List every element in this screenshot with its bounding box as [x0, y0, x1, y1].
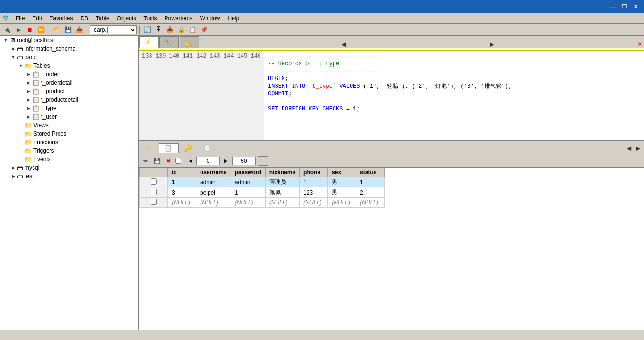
tree-t-type[interactable]: ▶ 📋 t_type [0, 104, 138, 112]
tab-history[interactable]: 🕐 [199, 143, 218, 153]
menu-item-edit[interactable]: Edit [28, 13, 46, 23]
menu-item-tools[interactable]: Tools [140, 13, 160, 23]
tab-nav-left[interactable]: ◀ [340, 41, 348, 48]
menu-item-table[interactable]: Table [92, 13, 113, 23]
cell-id[interactable]: 1 [168, 177, 196, 187]
cell-id[interactable]: 3 [168, 187, 196, 198]
cell-password[interactable]: (NULL) [231, 198, 265, 208]
next-page-btn[interactable]: ▶ [222, 157, 230, 165]
cell-username[interactable]: (NULL) [196, 198, 231, 208]
menu-item-objects[interactable]: Objects [113, 13, 140, 23]
export-btn[interactable]: 📤 [74, 25, 84, 35]
table-row[interactable]: (NULL)(NULL)(NULL)(NULL)(NULL)(NULL)(NUL… [140, 198, 385, 208]
cell-phone[interactable]: (NULL) [300, 198, 328, 208]
menu-item-file[interactable]: File [12, 13, 28, 23]
cell-password[interactable]: 1 [231, 187, 265, 198]
col-header-username[interactable]: username [196, 168, 231, 177]
row-checkbox[interactable] [151, 199, 157, 205]
tree-test[interactable]: ▶ 🗃 test [0, 172, 138, 180]
offset-input[interactable] [196, 157, 220, 165]
col-header-status[interactable]: status [356, 168, 385, 177]
cell-sex[interactable]: (NULL) [328, 198, 356, 208]
tree-t-orderdetail[interactable]: ▶ 📋 t_orderdetail [0, 78, 138, 87]
tree-t-order[interactable]: ▶ 📋 t_order [0, 70, 138, 78]
result-edit-btn[interactable]: ✏ [141, 156, 151, 166]
cell-id[interactable]: (NULL) [168, 198, 196, 208]
tree-views[interactable]: 📁 Views [0, 121, 138, 129]
tree-triggers[interactable]: 📁 Triggers [0, 146, 138, 155]
result-save-btn[interactable]: 💾 [152, 156, 162, 166]
tree-t-product[interactable]: ▶ 📋 t_product [0, 87, 138, 95]
cell-sex[interactable]: 男 [328, 177, 356, 187]
cell-phone[interactable]: 123 [300, 187, 328, 198]
open-file-btn[interactable]: 📂 [51, 25, 62, 35]
menu-item-help[interactable]: Help [224, 13, 243, 23]
code-area[interactable]: -- ------------------------------ -- Rec… [264, 51, 644, 140]
close-button[interactable]: ✕ [631, 2, 640, 11]
menu-item-powertools[interactable]: Powertools [160, 13, 196, 23]
tab-objects[interactable]: 🔑 [179, 143, 199, 153]
new-connection-btn[interactable]: 🔌 [2, 25, 12, 35]
cell-sex[interactable]: 男 [328, 187, 356, 198]
import-btn[interactable]: 📥 [165, 25, 175, 35]
menu-item-db[interactable]: DB [76, 13, 92, 23]
query-editor[interactable]: 138 139 140 141 142 143 144 145 146 -- -… [139, 51, 644, 140]
tab-table-data[interactable]: 📋 [159, 143, 179, 153]
tree-events[interactable]: 📁 Events [0, 155, 138, 163]
backup-btn[interactable]: 🔒 [176, 25, 186, 35]
tree-info-schema[interactable]: ▶ 🗃 information_schema [0, 44, 138, 53]
row-checkbox[interactable] [151, 178, 157, 185]
cell-nickname[interactable]: (NULL) [265, 198, 299, 208]
prev-page-btn[interactable]: ◀ [186, 157, 194, 165]
create-db-btn[interactable]: 🗄 [153, 25, 164, 35]
tree-root-localhost[interactable]: ▼ 🖥 root@localhost [0, 36, 138, 44]
execute-all-btn[interactable]: ⏩ [36, 25, 46, 35]
stop-btn[interactable]: ⏹ [25, 25, 35, 35]
result-clear-btn[interactable]: ✖ [164, 156, 173, 166]
cell-status[interactable]: 1 [356, 177, 385, 187]
col-header-password[interactable]: password [231, 168, 265, 177]
cell-nickname[interactable]: 佩佩 [265, 187, 299, 198]
col-header-id[interactable]: id [168, 168, 196, 177]
refresh-button[interactable] [258, 156, 268, 166]
tree-carpj[interactable]: ▼ 🗃 carpj [0, 53, 138, 61]
tree-t-user[interactable]: ▶ 📋 t_user [0, 112, 138, 121]
cell-phone[interactable]: 1 [300, 177, 328, 187]
db-selector[interactable]: carp.j [90, 25, 137, 34]
tree-functions[interactable]: 📁 Functions [0, 138, 138, 146]
cell-password[interactable]: admin [231, 177, 265, 187]
execute-btn[interactable]: ▶ [13, 25, 24, 35]
tree-stored-procs[interactable]: 📁 Stored Procs [0, 129, 138, 138]
tab-querybuilder[interactable]: 🔧 [159, 36, 179, 48]
show-all-checkbox[interactable] [175, 158, 181, 164]
save-btn[interactable]: 💾 [63, 25, 73, 35]
limit-input[interactable] [232, 157, 256, 165]
cell-status[interactable]: (NULL) [356, 198, 385, 208]
tab-close-all[interactable]: ✕ [636, 41, 644, 48]
row-checkbox[interactable] [151, 189, 157, 195]
tree-mysql[interactable]: ▶ 🗃 mysql [0, 163, 138, 172]
cell-username[interactable]: peipei [196, 187, 231, 198]
tab-messages[interactable]: ⚠ [141, 143, 159, 153]
tab-schemadesigner[interactable]: 📐 [180, 36, 199, 48]
restore-button[interactable]: ❐ [619, 2, 629, 11]
col-header-nickname[interactable]: nickname [265, 168, 299, 177]
table-row[interactable]: 3peipei1佩佩123男2 [140, 187, 385, 198]
col-header-sex[interactable]: sex [328, 168, 356, 177]
menu-item-window[interactable]: Window [196, 13, 224, 23]
table-row[interactable]: 1adminadmin管理员1男1 [140, 177, 385, 187]
result-nav-right[interactable]: ▶ [634, 145, 642, 152]
tree-t-productdetail[interactable]: ▶ 📋 t_productdetail [0, 95, 138, 104]
cell-status[interactable]: 2 [356, 187, 385, 198]
result-nav-left[interactable]: ◀ [625, 145, 633, 152]
refresh-btn[interactable]: 🔄 [142, 25, 152, 35]
minimize-button[interactable]: — [608, 2, 618, 11]
tree-tables[interactable]: ▼ 📁 Tables [0, 61, 138, 70]
tab-nav-right[interactable]: ▶ [488, 41, 496, 48]
cell-nickname[interactable]: 管理员 [265, 177, 299, 187]
paste-btn[interactable]: 📌 [199, 25, 209, 35]
col-header-phone[interactable]: phone [300, 168, 328, 177]
copy-btn[interactable]: 📋 [187, 25, 198, 35]
menu-item-favorites[interactable]: Favorites [46, 13, 76, 23]
tab-query[interactable]: ⚡ [139, 36, 159, 48]
